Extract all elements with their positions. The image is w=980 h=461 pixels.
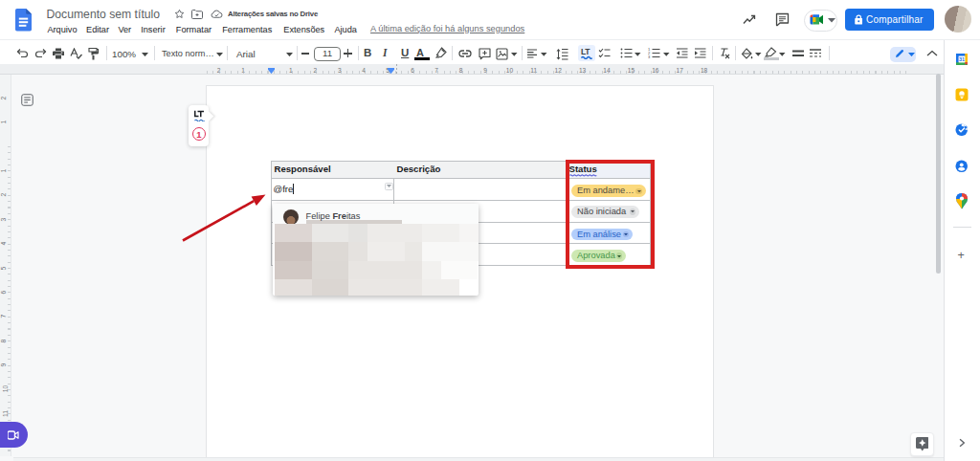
- svg-text:31: 31: [958, 56, 964, 62]
- svg-text:3: 3: [648, 55, 651, 58]
